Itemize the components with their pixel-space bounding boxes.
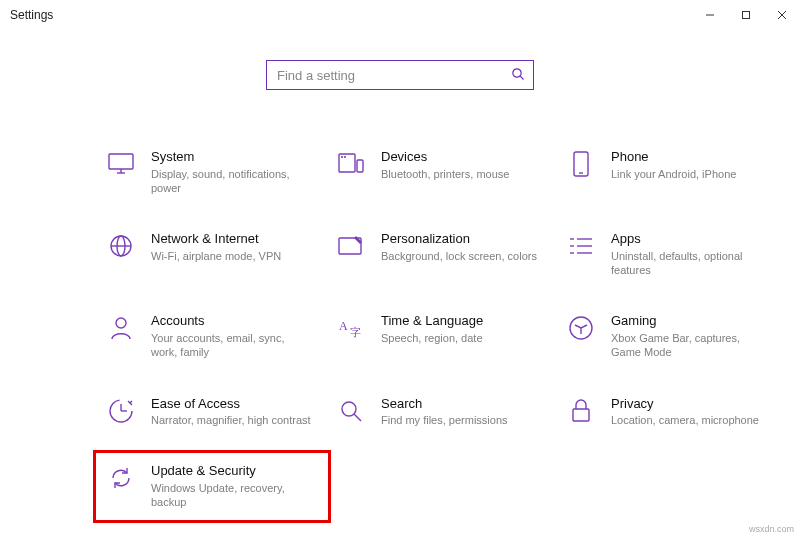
svg-text:A: A xyxy=(339,319,348,333)
gaming-icon xyxy=(566,313,596,343)
category-title: Gaming xyxy=(611,313,771,329)
category-sub: Speech, region, date xyxy=(381,331,483,345)
titlebar: Settings xyxy=(0,0,800,30)
category-title: Accounts xyxy=(151,313,311,329)
category-sub: Display, sound, notifications, power xyxy=(151,167,311,196)
devices-icon xyxy=(336,149,366,179)
category-title: Privacy xyxy=(611,396,759,412)
svg-point-4 xyxy=(513,68,521,76)
category-sub: Find my files, permissions xyxy=(381,413,508,427)
svg-rect-10 xyxy=(357,160,363,172)
category-title: Network & Internet xyxy=(151,231,281,247)
svg-point-25 xyxy=(116,318,126,328)
category-apps[interactable]: AppsUninstall, defaults, optional featur… xyxy=(562,227,782,281)
category-network[interactable]: Network & InternetWi-Fi, airplane mode, … xyxy=(102,227,322,281)
apps-icon xyxy=(566,231,596,261)
time-language-icon: A字 xyxy=(336,313,366,343)
search-box[interactable] xyxy=(266,60,534,90)
phone-icon xyxy=(566,149,596,179)
svg-point-11 xyxy=(342,157,343,158)
svg-rect-6 xyxy=(109,154,133,169)
category-sub: Your accounts, email, sync, work, family xyxy=(151,331,311,360)
category-sub: Link your Android, iPhone xyxy=(611,167,736,181)
category-update-security[interactable]: Update & SecurityWindows Update, recover… xyxy=(102,459,322,513)
watermark: wsxdn.com xyxy=(749,524,794,534)
category-accounts[interactable]: AccountsYour accounts, email, sync, work… xyxy=(102,309,322,363)
accounts-icon xyxy=(106,313,136,343)
category-title: Update & Security xyxy=(151,463,311,479)
svg-rect-34 xyxy=(573,409,589,421)
system-icon xyxy=(106,149,136,179)
category-system[interactable]: SystemDisplay, sound, notifications, pow… xyxy=(102,145,322,199)
category-search[interactable]: SearchFind my files, permissions xyxy=(332,392,552,432)
svg-text:字: 字 xyxy=(350,326,361,338)
category-sub: Xbox Game Bar, captures, Game Mode xyxy=(611,331,771,360)
ease-of-access-icon xyxy=(106,396,136,426)
category-title: System xyxy=(151,149,311,165)
minimize-icon xyxy=(705,10,715,20)
category-ease-of-access[interactable]: Ease of AccessNarrator, magnifier, high … xyxy=(102,392,322,432)
search-input[interactable] xyxy=(275,67,511,84)
category-title: Search xyxy=(381,396,508,412)
search-icon xyxy=(511,67,525,84)
update-icon xyxy=(106,463,136,493)
svg-rect-1 xyxy=(743,12,750,19)
svg-line-5 xyxy=(520,76,523,79)
window-title: Settings xyxy=(10,8,53,22)
maximize-icon xyxy=(741,10,751,20)
category-time-language[interactable]: A字 Time & LanguageSpeech, region, date xyxy=(332,309,552,363)
personalization-icon xyxy=(336,231,366,261)
category-gaming[interactable]: GamingXbox Game Bar, captures, Game Mode xyxy=(562,309,782,363)
close-icon xyxy=(777,10,787,20)
svg-point-32 xyxy=(342,402,356,416)
search-category-icon xyxy=(336,396,366,426)
category-sub: Location, camera, microphone xyxy=(611,413,759,427)
svg-point-12 xyxy=(345,157,346,158)
category-title: Personalization xyxy=(381,231,537,247)
category-title: Devices xyxy=(381,149,509,165)
minimize-button[interactable] xyxy=(692,0,728,30)
close-button[interactable] xyxy=(764,0,800,30)
category-sub: Background, lock screen, colors xyxy=(381,249,537,263)
svg-line-33 xyxy=(354,414,361,421)
category-sub: Windows Update, recovery, backup xyxy=(151,481,311,510)
privacy-icon xyxy=(566,396,596,426)
category-title: Time & Language xyxy=(381,313,483,329)
category-title: Ease of Access xyxy=(151,396,311,412)
category-personalization[interactable]: PersonalizationBackground, lock screen, … xyxy=(332,227,552,281)
category-title: Apps xyxy=(611,231,771,247)
category-sub: Narrator, magnifier, high contrast xyxy=(151,413,311,427)
maximize-button[interactable] xyxy=(728,0,764,30)
globe-icon xyxy=(106,231,136,261)
category-title: Phone xyxy=(611,149,736,165)
category-sub: Uninstall, defaults, optional features xyxy=(611,249,771,278)
category-sub: Bluetooth, printers, mouse xyxy=(381,167,509,181)
settings-grid: SystemDisplay, sound, notifications, pow… xyxy=(102,145,800,514)
category-devices[interactable]: DevicesBluetooth, printers, mouse xyxy=(332,145,552,199)
category-phone[interactable]: PhoneLink your Android, iPhone xyxy=(562,145,782,199)
category-sub: Wi-Fi, airplane mode, VPN xyxy=(151,249,281,263)
category-privacy[interactable]: PrivacyLocation, camera, microphone xyxy=(562,392,782,432)
